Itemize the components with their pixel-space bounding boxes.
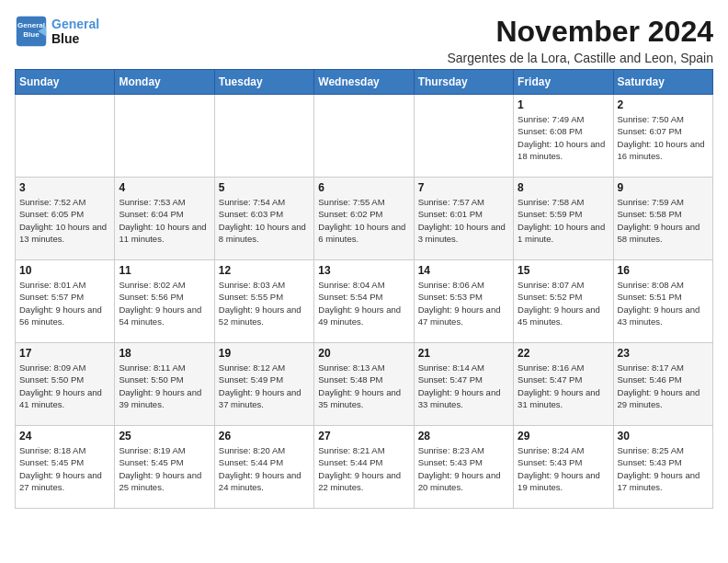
day-info: Sunrise: 8:16 AM Sunset: 5:47 PM Dayligh…	[518, 362, 609, 410]
day-info: Sunrise: 7:57 AM Sunset: 6:01 PM Dayligh…	[418, 196, 509, 245]
day-number: 15	[518, 264, 609, 277]
day-number: 18	[119, 347, 210, 360]
weekday-header: Tuesday	[214, 70, 313, 95]
logo-icon: General Blue	[15, 15, 48, 48]
day-info: Sunrise: 7:49 AM Sunset: 6:08 PM Dayligh…	[518, 113, 609, 162]
day-info: Sunrise: 7:50 AM Sunset: 6:07 PM Dayligh…	[618, 113, 709, 162]
day-info: Sunrise: 8:12 AM Sunset: 5:49 PM Dayligh…	[219, 362, 310, 410]
day-info: Sunrise: 8:09 AM Sunset: 5:50 PM Dayligh…	[19, 362, 110, 410]
calendar-cell: 21Sunrise: 8:14 AM Sunset: 5:47 PM Dayli…	[414, 343, 513, 426]
weekday-header: Saturday	[613, 70, 712, 95]
day-number: 6	[318, 181, 409, 194]
day-info: Sunrise: 8:21 AM Sunset: 5:44 PM Dayligh…	[318, 444, 409, 493]
calendar-cell: 4Sunrise: 7:53 AM Sunset: 6:04 PM Daylig…	[115, 178, 214, 260]
calendar-week-row: 1Sunrise: 7:49 AM Sunset: 6:08 PM Daylig…	[16, 95, 713, 178]
logo-text: General Blue	[51, 17, 99, 46]
day-number: 11	[119, 264, 210, 277]
calendar-cell: 6Sunrise: 7:55 AM Sunset: 6:02 PM Daylig…	[314, 178, 414, 260]
calendar-cell: 10Sunrise: 8:01 AM Sunset: 5:57 PM Dayli…	[16, 260, 115, 343]
day-number: 20	[318, 347, 409, 360]
weekday-header: Friday	[514, 70, 613, 95]
calendar-week-row: 10Sunrise: 8:01 AM Sunset: 5:57 PM Dayli…	[16, 260, 713, 343]
day-number: 9	[618, 181, 709, 194]
calendar-cell	[414, 95, 513, 178]
calendar-cell: 16Sunrise: 8:08 AM Sunset: 5:51 PM Dayli…	[613, 260, 712, 343]
calendar-cell: 12Sunrise: 8:03 AM Sunset: 5:55 PM Dayli…	[214, 260, 313, 343]
day-number: 30	[618, 430, 709, 442]
day-info: Sunrise: 8:13 AM Sunset: 5:48 PM Dayligh…	[318, 362, 409, 410]
calendar-cell: 14Sunrise: 8:06 AM Sunset: 5:53 PM Dayli…	[414, 260, 513, 343]
day-number: 3	[19, 181, 110, 194]
calendar-cell: 28Sunrise: 8:23 AM Sunset: 5:43 PM Dayli…	[414, 426, 513, 509]
day-number: 7	[418, 181, 509, 194]
day-info: Sunrise: 8:19 AM Sunset: 5:45 PM Dayligh…	[119, 444, 210, 493]
day-info: Sunrise: 7:52 AM Sunset: 6:05 PM Dayligh…	[19, 196, 110, 245]
calendar-cell: 8Sunrise: 7:58 AM Sunset: 5:59 PM Daylig…	[514, 178, 613, 260]
day-number: 29	[518, 430, 609, 442]
day-info: Sunrise: 8:11 AM Sunset: 5:50 PM Dayligh…	[119, 362, 210, 410]
weekday-header: Sunday	[16, 70, 115, 95]
day-number: 16	[618, 264, 709, 277]
calendar-cell: 18Sunrise: 8:11 AM Sunset: 5:50 PM Dayli…	[115, 343, 214, 426]
day-info: Sunrise: 8:08 AM Sunset: 5:51 PM Dayligh…	[618, 279, 709, 327]
svg-text:Blue: Blue	[23, 30, 40, 39]
calendar-cell: 3Sunrise: 7:52 AM Sunset: 6:05 PM Daylig…	[16, 178, 115, 260]
weekday-header: Wednesday	[314, 70, 414, 95]
calendar-cell: 19Sunrise: 8:12 AM Sunset: 5:49 PM Dayli…	[214, 343, 313, 426]
calendar-cell: 5Sunrise: 7:54 AM Sunset: 6:03 PM Daylig…	[214, 178, 313, 260]
day-number: 14	[418, 264, 509, 277]
day-number: 28	[418, 430, 509, 442]
day-info: Sunrise: 7:58 AM Sunset: 5:59 PM Dayligh…	[518, 196, 609, 245]
logo: General Blue General Blue	[15, 15, 99, 48]
calendar-cell: 24Sunrise: 8:18 AM Sunset: 5:45 PM Dayli…	[16, 426, 115, 509]
day-info: Sunrise: 7:59 AM Sunset: 5:58 PM Dayligh…	[618, 196, 709, 245]
day-info: Sunrise: 8:02 AM Sunset: 5:56 PM Dayligh…	[119, 279, 210, 327]
day-info: Sunrise: 8:06 AM Sunset: 5:53 PM Dayligh…	[418, 279, 509, 327]
day-number: 26	[219, 430, 310, 442]
title-area: November 2024 Sargentes de la Lora, Cast…	[447, 15, 713, 65]
calendar-cell: 17Sunrise: 8:09 AM Sunset: 5:50 PM Dayli…	[16, 343, 115, 426]
calendar-cell	[314, 95, 414, 178]
day-number: 25	[119, 430, 210, 442]
calendar-cell: 9Sunrise: 7:59 AM Sunset: 5:58 PM Daylig…	[613, 178, 712, 260]
calendar-cell: 23Sunrise: 8:17 AM Sunset: 5:46 PM Dayli…	[613, 343, 712, 426]
calendar-cell: 1Sunrise: 7:49 AM Sunset: 6:08 PM Daylig…	[514, 95, 613, 178]
calendar-header-row: SundayMondayTuesdayWednesdayThursdayFrid…	[16, 70, 713, 95]
day-info: Sunrise: 8:04 AM Sunset: 5:54 PM Dayligh…	[318, 279, 409, 327]
calendar-body: 1Sunrise: 7:49 AM Sunset: 6:08 PM Daylig…	[16, 95, 713, 509]
day-info: Sunrise: 8:01 AM Sunset: 5:57 PM Dayligh…	[19, 279, 110, 327]
calendar-cell	[115, 95, 214, 178]
day-number: 21	[418, 347, 509, 360]
day-number: 8	[518, 181, 609, 194]
day-info: Sunrise: 8:14 AM Sunset: 5:47 PM Dayligh…	[418, 362, 509, 410]
day-number: 10	[19, 264, 110, 277]
calendar-cell: 22Sunrise: 8:16 AM Sunset: 5:47 PM Dayli…	[514, 343, 613, 426]
day-number: 4	[119, 181, 210, 194]
calendar-cell: 25Sunrise: 8:19 AM Sunset: 5:45 PM Dayli…	[115, 426, 214, 509]
day-number: 22	[518, 347, 609, 360]
page-header: General Blue General Blue November 2024 …	[15, 15, 713, 65]
day-number: 24	[19, 430, 110, 442]
day-number: 23	[618, 347, 709, 360]
day-info: Sunrise: 8:18 AM Sunset: 5:45 PM Dayligh…	[19, 444, 110, 493]
day-info: Sunrise: 8:17 AM Sunset: 5:46 PM Dayligh…	[618, 362, 709, 410]
day-info: Sunrise: 8:23 AM Sunset: 5:43 PM Dayligh…	[418, 444, 509, 493]
location-subtitle: Sargentes de la Lora, Castille and Leon,…	[447, 51, 713, 65]
day-info: Sunrise: 7:53 AM Sunset: 6:04 PM Dayligh…	[119, 196, 210, 245]
calendar-week-row: 17Sunrise: 8:09 AM Sunset: 5:50 PM Dayli…	[16, 343, 713, 426]
day-info: Sunrise: 8:03 AM Sunset: 5:55 PM Dayligh…	[219, 279, 310, 327]
weekday-header: Thursday	[414, 70, 513, 95]
calendar-cell: 13Sunrise: 8:04 AM Sunset: 5:54 PM Dayli…	[314, 260, 414, 343]
day-info: Sunrise: 7:55 AM Sunset: 6:02 PM Dayligh…	[318, 196, 409, 245]
calendar-cell	[16, 95, 115, 178]
calendar-cell: 2Sunrise: 7:50 AM Sunset: 6:07 PM Daylig…	[613, 95, 712, 178]
day-number: 12	[219, 264, 310, 277]
day-info: Sunrise: 8:24 AM Sunset: 5:43 PM Dayligh…	[518, 444, 609, 493]
day-number: 5	[219, 181, 310, 194]
calendar-cell: 30Sunrise: 8:25 AM Sunset: 5:43 PM Dayli…	[613, 426, 712, 509]
calendar-cell: 15Sunrise: 8:07 AM Sunset: 5:52 PM Dayli…	[514, 260, 613, 343]
day-number: 17	[19, 347, 110, 360]
month-title: November 2024	[447, 15, 713, 49]
calendar-week-row: 24Sunrise: 8:18 AM Sunset: 5:45 PM Dayli…	[16, 426, 713, 509]
calendar-week-row: 3Sunrise: 7:52 AM Sunset: 6:05 PM Daylig…	[16, 178, 713, 260]
